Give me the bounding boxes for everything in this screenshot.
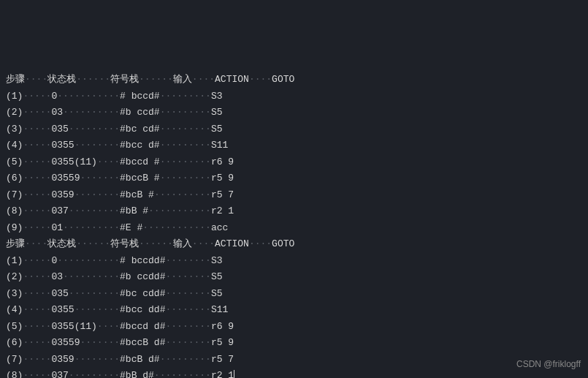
table-row: (4)·····0355········#bcc dd#········S11 (6, 302, 582, 319)
table-row: (7)·····0359········#bcB d#·········r5 7 (6, 352, 582, 368)
table-row: (5)·····0355(11)····#bccd #·········r6 9 (6, 154, 582, 171)
table-row: (6)·····03559·······#bccB d#········r5 9 (6, 335, 582, 352)
table-header: 步骤····状态栈······符号栈······输入····ACTION····… (6, 72, 582, 88)
table-row: (5)·····0355(11)····#bccd d#········r6 9 (6, 319, 582, 336)
table-row: (2)·····03··········#b ccdd#········S5 (6, 269, 582, 286)
table-row: (7)·····0359········#bcB #··········r5 7 (6, 187, 582, 204)
table-row: (3)·····035·········#bc cd#·········S5 (6, 121, 582, 138)
table-header: 步骤····状态栈······符号栈······输入····ACTION····… (6, 236, 582, 253)
table-row: (4)·····0355········#bcc d#·········S11 (6, 137, 582, 154)
table-row: (2)·····03··········#b ccd#·········S5 (6, 105, 582, 121)
watermark: CSDN @friklogff (516, 356, 581, 373)
table-row: (8)·····037·········#bB #···········r2 1 (6, 203, 582, 220)
table-row: (6)·····03559·······#bccB #·········r5 9 (6, 170, 582, 187)
table-row: (1)·····0···········# bccdd#········S3 (6, 253, 582, 270)
table-row: (9)·····01··········#E #············acc (6, 220, 582, 237)
table-row: (8)·····037·········#bB d#··········r2 1 (6, 368, 582, 378)
table-row: (1)·····0···········# bccd#·········S3 (6, 88, 582, 105)
table-row: (3)·····035·········#bc cdd#········S5 (6, 286, 582, 303)
